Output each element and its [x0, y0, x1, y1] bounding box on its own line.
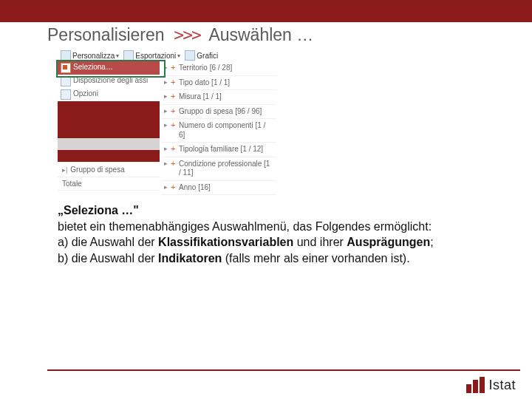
chart-icon	[185, 50, 195, 61]
top-brand-bar	[0, 0, 532, 22]
chevron-right-icon: ▸	[164, 145, 168, 153]
chevron-down-icon: ▾	[177, 52, 180, 59]
toolbar-esportazioni-label: Esportazioni	[135, 52, 176, 60]
desc-b-suffix: (falls mehr als einer vorhanden ist).	[222, 252, 409, 265]
heading-right: Auswählen …	[208, 25, 313, 44]
export-icon	[123, 50, 134, 61]
dim-gruppo-spesa[interactable]: ▸ + Gruppo di spesa [96 / 96]	[161, 105, 276, 120]
toolbar-personalizza[interactable]: Personalizza ▾	[59, 50, 120, 61]
expand-icon: +	[171, 92, 177, 100]
red-spacer	[58, 101, 160, 113]
chevron-down-icon: ▾	[116, 52, 119, 59]
chevron-right-icon: ▸	[164, 121, 168, 129]
totale-row[interactable]: Totale	[58, 177, 160, 191]
chevron-right-icon: ▸	[164, 78, 168, 86]
toolbar: Personalizza ▾ Esportazioni ▾ Grafici	[58, 50, 279, 61]
desc-b-prefix: b) die Auswahl der	[58, 252, 158, 265]
dim-label: Gruppo di spesa [96 / 96]	[179, 107, 273, 117]
expand-icon: +	[171, 183, 177, 191]
page-title: Personalisieren >>> Auswählen …	[0, 22, 532, 50]
heading-left: Personalisieren	[47, 25, 165, 44]
options-icon	[61, 89, 71, 100]
dim-tipologia-familiare[interactable]: ▸ + Tipologia familiare [1 / 12]	[161, 143, 276, 157]
menu-opzioni[interactable]: Opzioni	[58, 88, 160, 101]
dim-label: Territorio [6 / 28]	[179, 64, 273, 73]
chevron-right-icon: ▸	[164, 160, 168, 168]
dim-label: Anno [16]	[179, 183, 273, 193]
personalize-icon	[61, 50, 71, 61]
desc-a-mid: und ihrer	[293, 236, 347, 248]
dim-label: Misura [1 / 1]	[179, 92, 273, 102]
expand-icon: +	[171, 160, 177, 167]
bottom-divider	[47, 369, 520, 371]
dim-territorio[interactable]: ▸ + Territorio [6 / 28]	[161, 61, 276, 76]
layout-icon	[61, 76, 71, 86]
dim-label: Condizione professionale [1 / 11]	[179, 160, 273, 178]
menu-disposizione-label: Disposizione degli assi	[73, 76, 148, 85]
description-text: „Seleziona …" bietet ein themenabhängige…	[58, 202, 471, 266]
totale-label: Totale	[62, 180, 82, 188]
dim-numero-componenti[interactable]: ▸ + Numero di componenti [1 / 6]	[161, 119, 276, 143]
menu-seleziona-label: Seleziona…	[73, 63, 113, 72]
desc-a-prefix: a) die Auswahl der	[58, 236, 158, 248]
red-spacer	[58, 150, 160, 162]
expand-icon: +	[171, 145, 177, 152]
desc-title: „Seleziona …"	[58, 204, 139, 216]
red-spacer	[58, 126, 160, 138]
chevron-right-icon: ▸	[164, 183, 168, 191]
dim-label: Tipologia familiare [1 / 12]	[179, 145, 273, 154]
dim-label: Tipo dato [1 / 1]	[179, 78, 273, 88]
menu-seleziona[interactable]: Seleziona…	[58, 61, 160, 75]
expand-icon: +	[171, 64, 177, 71]
right-column: ▸ + Territorio [6 / 28] ▸ + Tipo dato [1…	[161, 61, 276, 195]
chevron-right-icon: ▸	[164, 64, 168, 72]
toolbar-grafici-label: Grafici	[197, 52, 218, 60]
chevron-right-icon: ▸	[164, 107, 168, 115]
menu-disposizione[interactable]: Disposizione degli assi	[58, 75, 160, 88]
gruppo-label: Gruppo di spesa	[70, 166, 124, 174]
screenshot-panel: Personalizza ▾ Esportazioni ▾ Grafici Se…	[58, 50, 279, 195]
toolbar-grafici[interactable]: Grafici	[183, 50, 219, 61]
dim-misura[interactable]: ▸ + Misura [1 / 1]	[161, 90, 276, 105]
expand-icon: +	[171, 121, 177, 129]
personalize-menu: Seleziona… Disposizione degli assi Opzio…	[58, 61, 160, 101]
toolbar-personalizza-label: Personalizza	[72, 52, 115, 60]
gruppo-di-spesa-row[interactable]: ▸| Gruppo di spesa	[58, 162, 160, 177]
desc-b-term: Indikatoren	[158, 252, 222, 265]
red-spacer	[58, 113, 160, 126]
logo-bars-icon	[466, 377, 485, 393]
desc-a-suffix: ;	[430, 236, 433, 248]
desc-a-term2: Ausprägungen	[347, 236, 430, 248]
istat-logo: Istat	[466, 377, 516, 393]
grey-spacer	[58, 138, 160, 150]
dim-anno[interactable]: ▸ + Anno [16]	[161, 181, 276, 196]
dim-tipo-dato[interactable]: ▸ + Tipo dato [1 / 1]	[161, 76, 276, 91]
desc-a-term1: Klassifikationsvariablen	[158, 236, 293, 248]
expand-icon: +	[171, 107, 177, 115]
expand-icon: +	[171, 78, 177, 86]
menu-opzioni-label: Opzioni	[73, 89, 98, 98]
logo-text: Istat	[488, 378, 516, 393]
left-column: Seleziona… Disposizione degli assi Opzio…	[58, 61, 160, 195]
dim-label: Numero di componenti [1 / 6]	[179, 121, 273, 140]
chevron-right-icon: ▸	[164, 92, 168, 100]
heading-separator: >>>	[174, 25, 200, 44]
dim-condizione-professionale[interactable]: ▸ + Condizione professionale [1 / 11]	[161, 157, 276, 181]
chevron-right-icon: ▸|	[62, 166, 67, 174]
desc-line-2: bietet ein themenabhängiges Auswahlmenü,…	[58, 220, 432, 233]
toolbar-esportazioni[interactable]: Esportazioni ▾	[122, 50, 182, 61]
select-icon	[61, 63, 71, 73]
